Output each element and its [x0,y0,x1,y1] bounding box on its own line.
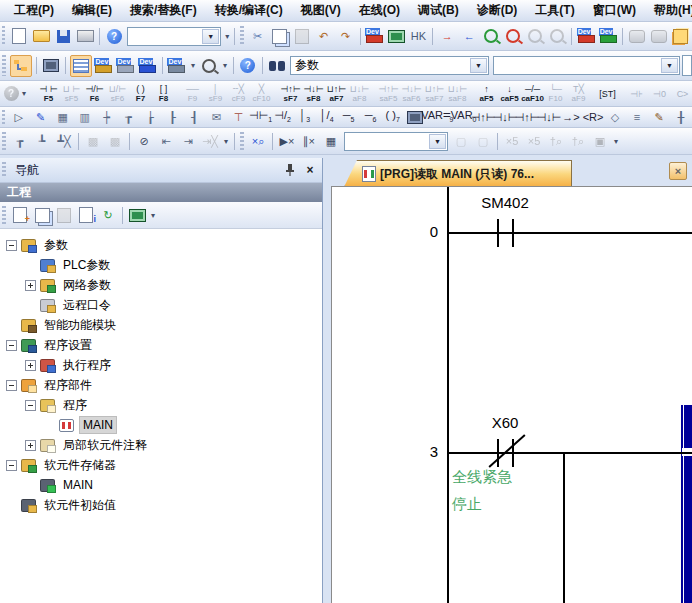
tree-item-main-9[interactable]: MAIN [0,415,322,435]
collapse-icon[interactable] [25,400,36,411]
menu-item-1[interactable]: 编辑(E) [63,0,121,21]
tree-item-程序[interactable]: 程序 [0,395,322,415]
condition-4-button[interactable]: †⌕ [568,131,588,151]
device-display-button[interactable]: Dev [167,56,187,76]
edit-comment-button[interactable]: ✉ [207,107,227,127]
pulse-contact-4-button[interactable]: ⊣↓⊢ [539,107,559,127]
insert-row-below-button[interactable]: ┺ [32,131,52,151]
menu-item-5[interactable]: 在线(O) [350,0,409,21]
horizontal-6-button[interactable]: ─6 [361,107,381,127]
rung-split-button[interactable]: ┨ [185,107,205,127]
expand-icon[interactable] [25,440,36,451]
device-display-chevron[interactable]: ▾ [188,61,198,70]
monitor-resume-button[interactable] [547,26,567,46]
device-batch-monitor-button[interactable]: Dev [598,26,618,46]
new-data-button[interactable]: + [10,205,30,225]
delete-vertical-line-button[interactable]: ╳cF10 [251,82,272,106]
collapse-icon[interactable] [6,460,17,471]
tree-item-远程口令[interactable]: 远程口令 [0,295,322,315]
navigation-grip[interactable] [2,162,6,179]
paste-button[interactable] [292,26,312,46]
work-list-toggle[interactable] [70,55,92,77]
falling-pulse-branch-button[interactable]: ⊔↓⊢aF8 [349,82,370,106]
pulse-negation-branch-2-button[interactable]: ⊔↓⊢saF8 [447,82,468,106]
write-mode-button[interactable]: ▥ [75,107,95,127]
tree-item-程序部件[interactable]: 程序部件 [0,375,322,395]
jump-button[interactable]: →> [561,107,581,127]
monitor-screen-button[interactable] [386,26,406,46]
save-project-button[interactable] [53,26,73,46]
tree-item-执行程序[interactable]: 执行程序 [0,355,322,375]
delete-row-button[interactable]: ┻╳ [54,131,74,151]
tree-item-程序设置[interactable]: 程序设置 [0,335,322,355]
scan-grid-button[interactable]: ▦ [321,131,341,151]
horizontal-line-button[interactable]: ──F9 [182,82,203,106]
copy-data-button[interactable] [32,205,52,225]
expand-icon[interactable] [25,360,36,371]
watch-combo[interactable]: ▼ [344,132,448,151]
delete-branch-button[interactable]: T╳aF9 [568,82,589,106]
keyboard-entry-button[interactable]: HK [408,26,428,46]
add-rung-button[interactable]: ╂ [671,107,691,127]
vertical-line-button[interactable]: │sF9 [205,82,226,106]
vertical-closed-4-button[interactable]: │/4 [317,107,337,127]
coil-button[interactable]: ( )F7 [130,82,151,106]
inline-st-1-button[interactable]: ⊣⊦ [626,82,647,106]
menu-item-6[interactable]: 调试(B) [409,0,468,21]
monitor-start-button[interactable] [481,26,501,46]
data-property-button[interactable]: i [76,205,96,225]
rising-pulse-button[interactable]: ⊣↑⊢sF7 [280,82,301,106]
pulse-contact-1-button[interactable]: ⊣↑⊢ [473,107,493,127]
expand-icon[interactable] [25,280,36,291]
connect-line-button[interactable]: ┾ [97,107,117,127]
menu-item-8[interactable]: 工具(T) [526,0,583,21]
find-button[interactable] [267,56,287,76]
cut-button[interactable]: ✂ [248,26,268,46]
list-edit-button[interactable]: ≡ [627,107,647,127]
lasso-button[interactable]: ◇ [605,107,625,127]
edit-block-1-button[interactable]: ▩ [83,131,103,151]
ladder-help-chevron[interactable]: ▾ [22,89,26,98]
tree-item-网络参数[interactable]: 网络参数 [0,275,322,295]
refresh-button[interactable]: ↻ [98,205,118,225]
edit-toolbar-chevron[interactable]: ▾ [221,137,231,146]
assign-var-0-button[interactable]: =VAR0 [450,107,471,127]
menu-item-10[interactable]: 帮助(H) [645,0,692,21]
monitor-stop-button[interactable] [503,26,523,46]
print-button[interactable] [75,26,95,46]
device-comment-edit-button[interactable]: Dev [94,56,114,76]
tree-item-软元件存储器[interactable]: 软元件存储器 [0,455,322,475]
help-button[interactable]: ? [104,26,124,46]
tree-item-参数[interactable]: 参数 [0,235,322,255]
menu-item-3[interactable]: 转换/编译(C) [206,0,292,21]
return-button[interactable]: <R> [583,107,603,127]
tree-item-main-12[interactable]: MAIN [0,475,322,495]
no-display-button[interactable]: ⊘ [134,131,154,151]
shift-right-button[interactable]: ⇥ [178,131,198,151]
delete-horizontal-line-button[interactable]: ╌╳cF9 [228,82,249,106]
inline-st-2-button[interactable]: ⊣0 [649,82,670,106]
close-icon[interactable]: × [302,163,318,178]
application-instruction-button[interactable]: [ ]F8 [153,82,174,106]
toolbar-options-chevron[interactable]: ▾ [223,32,231,41]
watch-stop-button[interactable]: ▢ [473,131,493,151]
edit-block-2-button[interactable]: ▩ [105,131,125,151]
device-comment-button[interactable]: Dev [364,26,384,46]
invert-result-button[interactable]: ─/─caF10 [522,82,543,106]
vertical-3-button[interactable]: │3 [295,107,315,127]
vertical-branch-button[interactable]: ┟ [141,107,161,127]
pulse-negation-1-button[interactable]: ⊣↑⊢saF5 [378,82,399,106]
quick-edit-button[interactable]: ✎ [649,107,669,127]
new-project-button[interactable] [9,26,29,46]
tab-close-button[interactable]: × [669,162,687,180]
pulse-contact-2-button[interactable]: ⊣↓⊢ [495,107,515,127]
falling-pulse-button[interactable]: ⊣↓⊢sF8 [303,82,324,106]
horizontal-5-button[interactable]: ─5 [339,107,359,127]
statement-display-button[interactable] [649,26,669,46]
inline-st-3-button[interactable]: C> [672,82,692,106]
combo-dropdown-icon[interactable]: ▼ [661,58,678,73]
pin-icon[interactable] [282,163,298,178]
tree-item-软元件初始值[interactable]: 软元件初始值 [0,495,322,515]
branch-line-button[interactable]: └─F10 [545,82,566,106]
ladder-help-button[interactable]: ? [1,84,21,104]
